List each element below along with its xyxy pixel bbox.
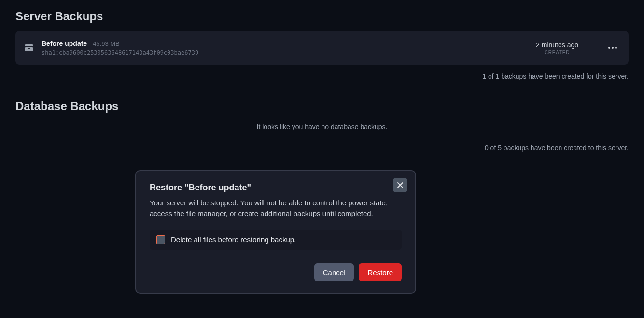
backup-row[interactable]: Before update 45.93 MB sha1:cba9600c2530… [15, 31, 629, 65]
backup-time: 2 minutes ago CREATED [536, 41, 578, 55]
cancel-button[interactable]: Cancel [314, 263, 354, 281]
database-backups-title: Database Backups [15, 100, 629, 113]
page-content: Server Backups Before update 45.93 MB sh… [0, 0, 644, 161]
delete-files-label: Delete all files before restoring backup… [171, 235, 296, 244]
checkbox-icon [156, 235, 165, 244]
backup-info: Before update 45.93 MB sha1:cba9600c2530… [42, 40, 527, 56]
backup-time-ago: 2 minutes ago [536, 41, 578, 49]
database-backups-status: 0 of 5 backups have been created to this… [15, 144, 629, 152]
restore-modal: Restore "Before update" Your server will… [135, 170, 416, 294]
backup-time-label: CREATED [536, 50, 578, 55]
close-icon [397, 182, 404, 188]
backup-size: 45.93 MB [93, 40, 120, 47]
backup-name: Before update [42, 40, 87, 47]
delete-files-checkbox-row[interactable]: Delete all files before restoring backup… [150, 230, 402, 250]
close-button[interactable] [393, 178, 407, 192]
archive-icon [25, 44, 33, 51]
database-backups-empty: It looks like you have no database backu… [15, 123, 629, 130]
backup-hash: sha1:cba9600c2530563648617143a43f09c03ba… [42, 49, 527, 56]
restore-button[interactable]: Restore [359, 263, 402, 281]
modal-body: Your server will be stopped. You will no… [150, 198, 402, 219]
modal-title: Restore "Before update" [150, 183, 251, 193]
server-backups-status: 1 of 1 backups have been created for thi… [15, 72, 629, 80]
modal-actions: Cancel Restore [150, 263, 402, 281]
server-backups-title: Server Backups [15, 10, 629, 23]
backup-actions-button[interactable] [606, 45, 619, 51]
